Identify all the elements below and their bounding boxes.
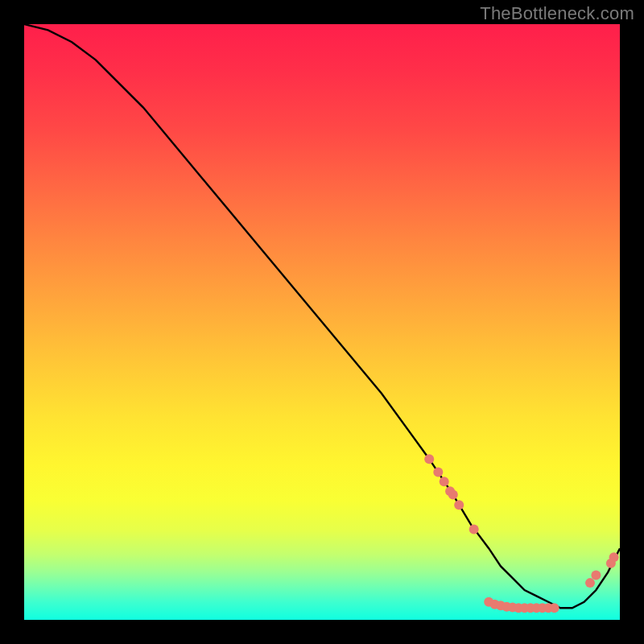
chart-frame: TheBottleneck.com [0,0,644,644]
data-point [469,525,479,535]
data-point [440,477,449,486]
bottleneck-curve [24,24,620,608]
data-point [448,490,458,500]
data-point [433,467,443,477]
plot-area [24,24,620,620]
data-point [550,603,559,613]
data-point [424,454,434,464]
chart-svg [24,24,620,620]
data-point [454,500,464,510]
data-markers [424,454,618,613]
data-point [585,578,595,588]
data-point [591,571,601,580]
data-point [609,552,619,562]
watermark-text: TheBottleneck.com [480,3,634,24]
